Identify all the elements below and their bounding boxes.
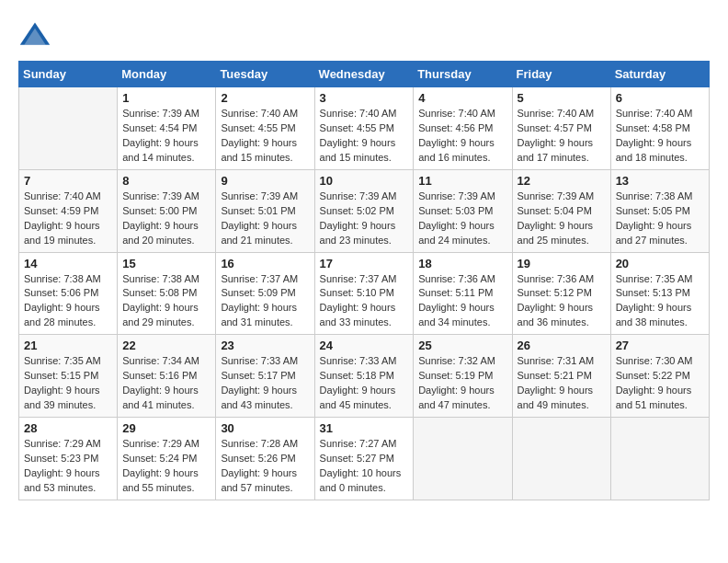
day-info: Sunrise: 7:32 AMSunset: 5:19 PMDaylight:… [418, 354, 506, 413]
calendar-table: SundayMondayTuesdayWednesdayThursdayFrid… [18, 61, 710, 500]
day-info: Sunrise: 7:37 AMSunset: 5:09 PMDaylight:… [221, 272, 309, 331]
day-info: Sunrise: 7:40 AMSunset: 4:55 PMDaylight:… [221, 107, 309, 166]
calendar-cell: 20Sunrise: 7:35 AMSunset: 5:13 PMDayligh… [610, 252, 709, 335]
day-number: 26 [518, 339, 606, 352]
weekday-header-tuesday: Tuesday [216, 62, 314, 87]
calendar-cell: 24Sunrise: 7:33 AMSunset: 5:18 PMDayligh… [314, 335, 414, 418]
day-number: 8 [122, 174, 210, 188]
calendar-cell: 31Sunrise: 7:27 AMSunset: 5:27 PMDayligh… [314, 418, 414, 500]
logo [18, 18, 57, 52]
day-info: Sunrise: 7:39 AMSunset: 4:54 PMDaylight:… [122, 107, 210, 166]
day-info: Sunrise: 7:27 AMSunset: 5:27 PMDaylight:… [320, 437, 409, 496]
calendar-cell: 27Sunrise: 7:30 AMSunset: 5:22 PMDayligh… [610, 335, 709, 418]
day-number: 17 [320, 257, 409, 270]
calendar-cell: 23Sunrise: 7:33 AMSunset: 5:17 PMDayligh… [216, 335, 314, 418]
day-info: Sunrise: 7:40 AMSunset: 4:57 PMDaylight:… [518, 107, 606, 166]
calendar-cell: 18Sunrise: 7:36 AMSunset: 5:11 PMDayligh… [414, 252, 512, 335]
calendar-cell: 12Sunrise: 7:39 AMSunset: 5:04 PMDayligh… [512, 169, 610, 252]
day-info: Sunrise: 7:36 AMSunset: 5:11 PMDaylight:… [418, 272, 506, 331]
day-number: 16 [221, 257, 309, 270]
page-header [18, 18, 710, 52]
calendar-cell: 28Sunrise: 7:29 AMSunset: 5:23 PMDayligh… [19, 418, 118, 500]
day-info: Sunrise: 7:38 AMSunset: 5:06 PMDaylight:… [24, 272, 112, 331]
day-number: 15 [122, 257, 210, 270]
day-info: Sunrise: 7:36 AMSunset: 5:12 PMDaylight:… [518, 272, 606, 331]
day-number: 12 [518, 174, 606, 188]
day-info: Sunrise: 7:40 AMSunset: 4:58 PMDaylight:… [616, 107, 704, 166]
calendar-cell [512, 418, 610, 500]
calendar-cell: 5Sunrise: 7:40 AMSunset: 4:57 PMDaylight… [512, 87, 610, 170]
day-info: Sunrise: 7:40 AMSunset: 4:56 PMDaylight:… [418, 107, 506, 166]
weekday-header-saturday: Saturday [610, 62, 709, 87]
day-info: Sunrise: 7:39 AMSunset: 5:03 PMDaylight:… [418, 190, 506, 248]
weekday-header-friday: Friday [512, 62, 610, 87]
day-info: Sunrise: 7:39 AMSunset: 5:02 PMDaylight:… [320, 190, 409, 248]
calendar-cell: 21Sunrise: 7:35 AMSunset: 5:15 PMDayligh… [19, 335, 118, 418]
day-number: 24 [320, 339, 409, 352]
calendar-cell: 9Sunrise: 7:39 AMSunset: 5:01 PMDaylight… [216, 169, 314, 252]
calendar-cell: 22Sunrise: 7:34 AMSunset: 5:16 PMDayligh… [118, 335, 216, 418]
calendar-cell [610, 418, 709, 500]
calendar-cell: 8Sunrise: 7:39 AMSunset: 5:00 PMDaylight… [118, 169, 216, 252]
day-number: 22 [122, 339, 210, 352]
calendar-cell: 15Sunrise: 7:38 AMSunset: 5:08 PMDayligh… [118, 252, 216, 335]
day-number: 14 [24, 257, 112, 270]
day-number: 7 [24, 174, 112, 188]
calendar-cell: 4Sunrise: 7:40 AMSunset: 4:56 PMDaylight… [414, 87, 512, 170]
week-row-1: 1Sunrise: 7:39 AMSunset: 4:54 PMDaylight… [19, 87, 710, 170]
day-number: 13 [616, 174, 704, 188]
calendar-cell: 13Sunrise: 7:38 AMSunset: 5:05 PMDayligh… [610, 169, 709, 252]
day-number: 28 [24, 421, 112, 435]
day-info: Sunrise: 7:30 AMSunset: 5:22 PMDaylight:… [616, 354, 704, 413]
day-info: Sunrise: 7:39 AMSunset: 5:04 PMDaylight:… [518, 190, 606, 248]
day-number: 21 [24, 339, 112, 352]
calendar-cell: 10Sunrise: 7:39 AMSunset: 5:02 PMDayligh… [314, 169, 414, 252]
day-number: 18 [418, 257, 506, 270]
calendar-cell: 25Sunrise: 7:32 AMSunset: 5:19 PMDayligh… [414, 335, 512, 418]
calendar-cell: 7Sunrise: 7:40 AMSunset: 4:59 PMDaylight… [19, 169, 118, 252]
day-info: Sunrise: 7:35 AMSunset: 5:13 PMDaylight:… [616, 272, 704, 331]
day-number: 25 [418, 339, 506, 352]
weekday-header-monday: Monday [118, 62, 216, 87]
day-info: Sunrise: 7:34 AMSunset: 5:16 PMDaylight:… [122, 354, 210, 413]
calendar-cell: 26Sunrise: 7:31 AMSunset: 5:21 PMDayligh… [512, 335, 610, 418]
day-number: 4 [418, 91, 506, 105]
day-number: 29 [122, 421, 210, 435]
calendar-cell: 11Sunrise: 7:39 AMSunset: 5:03 PMDayligh… [414, 169, 512, 252]
calendar-cell: 30Sunrise: 7:28 AMSunset: 5:26 PMDayligh… [216, 418, 314, 500]
day-info: Sunrise: 7:39 AMSunset: 5:00 PMDaylight:… [122, 190, 210, 248]
day-info: Sunrise: 7:31 AMSunset: 5:21 PMDaylight:… [518, 354, 606, 413]
day-info: Sunrise: 7:40 AMSunset: 4:55 PMDaylight:… [320, 107, 409, 166]
day-number: 1 [122, 91, 210, 105]
week-row-5: 28Sunrise: 7:29 AMSunset: 5:23 PMDayligh… [19, 418, 710, 500]
day-number: 9 [221, 174, 309, 188]
day-number: 5 [518, 91, 606, 105]
day-info: Sunrise: 7:28 AMSunset: 5:26 PMDaylight:… [221, 437, 309, 496]
calendar-cell [414, 418, 512, 500]
day-number: 23 [221, 339, 309, 352]
calendar-cell [19, 87, 118, 170]
day-info: Sunrise: 7:38 AMSunset: 5:05 PMDaylight:… [616, 190, 704, 248]
calendar-cell: 29Sunrise: 7:29 AMSunset: 5:24 PMDayligh… [118, 418, 216, 500]
day-number: 19 [518, 257, 606, 270]
day-info: Sunrise: 7:37 AMSunset: 5:10 PMDaylight:… [320, 272, 409, 331]
calendar-cell: 16Sunrise: 7:37 AMSunset: 5:09 PMDayligh… [216, 252, 314, 335]
weekday-header-row: SundayMondayTuesdayWednesdayThursdayFrid… [19, 62, 710, 87]
day-info: Sunrise: 7:40 AMSunset: 4:59 PMDaylight:… [24, 190, 112, 248]
calendar-cell: 14Sunrise: 7:38 AMSunset: 5:06 PMDayligh… [19, 252, 118, 335]
weekday-header-wednesday: Wednesday [314, 62, 414, 87]
day-number: 27 [616, 339, 704, 352]
day-info: Sunrise: 7:33 AMSunset: 5:17 PMDaylight:… [221, 354, 309, 413]
calendar-cell: 3Sunrise: 7:40 AMSunset: 4:55 PMDaylight… [314, 87, 414, 170]
day-number: 3 [320, 91, 409, 105]
day-number: 30 [221, 421, 309, 435]
day-info: Sunrise: 7:33 AMSunset: 5:18 PMDaylight:… [320, 354, 409, 413]
day-info: Sunrise: 7:38 AMSunset: 5:08 PMDaylight:… [122, 272, 210, 331]
day-number: 6 [616, 91, 704, 105]
day-number: 2 [221, 91, 309, 105]
day-info: Sunrise: 7:39 AMSunset: 5:01 PMDaylight:… [221, 190, 309, 248]
day-info: Sunrise: 7:29 AMSunset: 5:24 PMDaylight:… [122, 437, 210, 496]
week-row-2: 7Sunrise: 7:40 AMSunset: 4:59 PMDaylight… [19, 169, 710, 252]
weekday-header-sunday: Sunday [19, 62, 118, 87]
day-number: 31 [320, 421, 409, 435]
